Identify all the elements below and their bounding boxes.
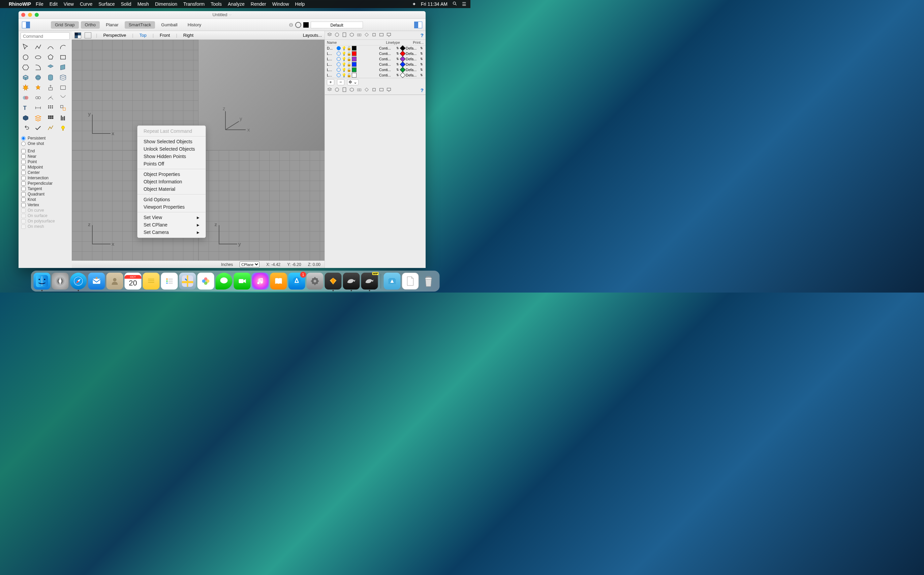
offset-tool-icon[interactable] (33, 63, 43, 72)
dimension-tool-icon[interactable] (33, 103, 43, 113)
sphere-tool-icon[interactable] (33, 73, 43, 82)
ctx-show-hidden-points[interactable]: Show Hidden Points (138, 152, 206, 160)
layer-row[interactable]: L...💡🔓Conti...⇅Defa...⇅ (325, 56, 425, 62)
ctx-object-information[interactable]: Object Information (138, 178, 206, 185)
dock-photos[interactable] (197, 273, 214, 289)
dock-launchpad[interactable] (52, 273, 69, 289)
dock-messages[interactable] (216, 273, 232, 289)
ctx-set-camera[interactable]: Set Camera▶ (138, 229, 206, 236)
dock-maps[interactable] (179, 273, 196, 289)
osnap-oneshot[interactable]: One shot (21, 141, 69, 146)
four-view-icon[interactable] (75, 32, 81, 38)
help-icon[interactable]: ? (421, 87, 424, 93)
plane-tool-icon[interactable] (58, 63, 68, 72)
arc-tool-icon[interactable] (58, 43, 68, 52)
pointer-tool-icon[interactable] (21, 43, 31, 52)
array-tool-icon[interactable] (46, 103, 56, 113)
menu-dimension[interactable]: Dimension (155, 2, 177, 7)
ctx-points-off[interactable]: Points Off (138, 160, 206, 167)
target-icon[interactable] (295, 22, 301, 28)
record-icon[interactable]: ⊖ (289, 22, 293, 28)
monitor-panel-icon[interactable] (386, 87, 392, 94)
minimize-button[interactable] (28, 13, 32, 17)
ctx-object-material[interactable]: Object Material (138, 185, 206, 193)
sun-panel-icon[interactable] (372, 32, 377, 39)
osnap-end[interactable]: End (21, 148, 69, 154)
planar-button[interactable]: Planar (102, 21, 123, 29)
tab-top[interactable]: Top (135, 33, 151, 38)
help-icon[interactable]: ? (421, 32, 424, 38)
osnap-intersection[interactable]: Intersection (21, 175, 69, 181)
tab-front[interactable]: Front (156, 33, 174, 38)
remove-layer-button[interactable]: − (337, 79, 345, 85)
undo-tool-icon[interactable] (21, 123, 31, 133)
menu-render[interactable]: Render (251, 2, 266, 7)
menu-tools[interactable]: Tools (211, 2, 222, 7)
osnap-knot[interactable]: Knot (21, 197, 69, 202)
add-layer-button[interactable]: + (327, 79, 334, 85)
dock-downloads[interactable] (384, 273, 401, 289)
zoom-button[interactable] (35, 13, 39, 17)
camera-panel-icon[interactable] (357, 87, 362, 94)
spotlight-icon[interactable] (452, 1, 457, 7)
ctx-grid-options[interactable]: Grid Options (138, 196, 206, 203)
ortho-button[interactable]: Ortho (81, 21, 100, 29)
gumball-button[interactable]: Gumball (157, 21, 181, 29)
dock-preferences[interactable] (306, 273, 324, 289)
osnap-center[interactable]: Center (21, 170, 69, 175)
render-tool-icon[interactable] (21, 113, 31, 123)
trim-tool-icon[interactable] (46, 93, 56, 102)
menu-file[interactable]: File (36, 2, 43, 7)
dock-reminders[interactable] (161, 273, 178, 289)
curve-tool-icon[interactable] (46, 43, 56, 52)
text-tool-icon[interactable]: T (21, 103, 31, 113)
command-input[interactable] (21, 32, 70, 40)
menu-transform[interactable]: Transform (183, 2, 205, 7)
ctx-set-cplane[interactable]: Set CPlane▶ (138, 221, 206, 229)
ctx-viewport-properties[interactable]: Viewport Properties (138, 203, 206, 211)
circle-tool-icon[interactable] (21, 52, 31, 62)
analyze-tool-icon[interactable] (46, 123, 56, 133)
check-tool-icon[interactable] (33, 123, 43, 133)
dock-calendar[interactable]: OCT20 (125, 273, 141, 289)
menu-window[interactable]: Window (272, 2, 289, 7)
box-tool-icon[interactable] (21, 73, 31, 82)
layer-row[interactable]: L...💡🔓Conti...⇅Defa...⇅ (325, 73, 425, 78)
dock-mail[interactable] (88, 273, 105, 289)
layer-selector[interactable]: Default (311, 22, 363, 28)
menu-edit[interactable]: Edit (49, 2, 58, 7)
layer-row[interactable]: L...💡🔓Conti...⇅Defa...⇅ (325, 67, 425, 73)
chevron-down-icon[interactable]: ﹀ (229, 13, 232, 17)
monitor-panel-icon[interactable] (386, 32, 392, 39)
color-swatch[interactable] (303, 22, 309, 28)
display-panel-icon[interactable] (342, 32, 347, 39)
polygon-tool-icon[interactable] (46, 52, 56, 62)
menu-analyze[interactable]: Analyze (228, 2, 244, 7)
close-button[interactable] (21, 13, 25, 17)
display-panel-icon[interactable] (342, 87, 347, 94)
osnap-midpoint[interactable]: Midpoint (21, 165, 69, 170)
menu-mesh[interactable]: Mesh (138, 2, 149, 7)
camera-panel-icon[interactable] (357, 32, 362, 39)
align-tool-icon[interactable] (58, 113, 68, 123)
layer-row[interactable]: L...💡🔓Conti...⇅Defa...⇅ (325, 51, 425, 56)
extrude-tool-icon[interactable] (46, 83, 56, 92)
osnap-point[interactable]: Point (21, 159, 69, 165)
boolean-tool-icon[interactable] (21, 93, 31, 102)
dock-document[interactable] (402, 273, 419, 289)
sun-panel-icon[interactable] (372, 87, 377, 94)
material-panel-icon[interactable] (364, 32, 369, 39)
box-panel-icon[interactable] (349, 32, 354, 39)
ctx-object-properties[interactable]: Object Properties (138, 170, 206, 178)
single-view-icon[interactable] (84, 32, 91, 38)
layer-row[interactable]: D...💡🔓Conti...⇅Defa...⇅ (325, 46, 425, 51)
box-panel-icon[interactable] (349, 87, 354, 94)
dock-trash[interactable] (420, 273, 437, 289)
viewport-right[interactable]: yz (198, 150, 325, 260)
cylinder-tool-icon[interactable] (46, 73, 56, 82)
left-sidebar-toggle-icon[interactable] (22, 22, 30, 28)
grid-tool-icon[interactable] (46, 113, 56, 123)
cplane-select[interactable]: CPlane (240, 262, 259, 267)
split-tool-icon[interactable] (58, 93, 68, 102)
dock-itunes[interactable] (252, 273, 269, 289)
